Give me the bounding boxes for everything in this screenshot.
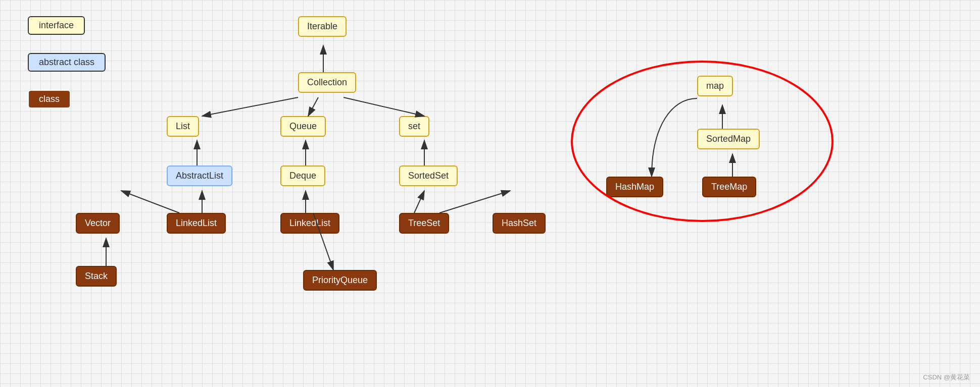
svg-line-7 bbox=[121, 191, 179, 213]
node-iterable: Iterable bbox=[298, 16, 347, 37]
node-sortedmap: SortedMap bbox=[697, 129, 760, 149]
node-set: set bbox=[399, 116, 429, 137]
legend-class-label: class bbox=[39, 94, 60, 104]
svg-line-5 bbox=[344, 97, 424, 116]
legend-interface: interface bbox=[28, 16, 85, 35]
node-linkedlist2: LinkedList bbox=[280, 213, 339, 234]
node-linkedlist1: LinkedList bbox=[167, 213, 226, 234]
node-stack: Stack bbox=[76, 266, 117, 287]
svg-line-13 bbox=[414, 191, 424, 213]
arrows-svg bbox=[0, 0, 980, 387]
legend-class: class bbox=[28, 90, 71, 108]
node-treeset: TreeSet bbox=[399, 213, 449, 234]
node-list: List bbox=[167, 116, 199, 137]
node-hashmap: HashMap bbox=[606, 177, 663, 197]
node-queue: Queue bbox=[280, 116, 326, 137]
legend-interface-label: interface bbox=[39, 20, 74, 30]
node-sortedset: SortedSet bbox=[399, 165, 458, 186]
node-hashset: HashSet bbox=[493, 213, 546, 234]
legend-abstract: abstract class bbox=[28, 53, 106, 72]
legend-abstract-label: abstract class bbox=[39, 57, 94, 67]
svg-line-14 bbox=[439, 191, 510, 213]
watermark: CSDN @黄花菜 bbox=[923, 373, 970, 382]
node-abstractlist: AbstractList bbox=[167, 165, 232, 186]
node-collection: Collection bbox=[298, 72, 356, 93]
svg-line-4 bbox=[308, 97, 318, 116]
svg-line-3 bbox=[202, 97, 298, 116]
node-priorityqueue: PriorityQueue bbox=[303, 270, 377, 291]
node-deque: Deque bbox=[280, 165, 325, 186]
node-treemap: TreeMap bbox=[702, 177, 756, 197]
node-vector: Vector bbox=[76, 213, 120, 234]
node-map: map bbox=[697, 76, 733, 96]
